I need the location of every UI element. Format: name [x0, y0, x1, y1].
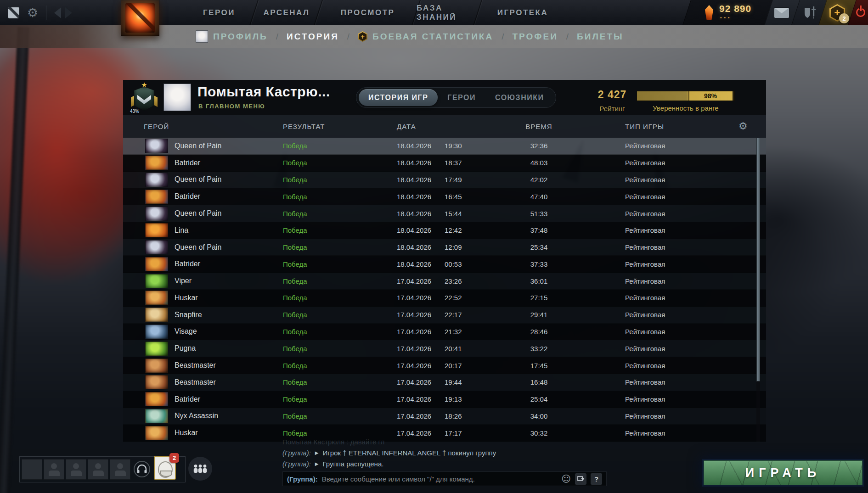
history-tab[interactable]: СОЮЗНИКИ — [485, 89, 553, 106]
player-status: В ГЛАВНОМ МЕНЮ — [198, 103, 265, 110]
match-date: 18.04.2026 — [397, 159, 431, 167]
main-nav-item[interactable]: БАЗА ЗНАНИЙ — [417, 0, 478, 25]
screenshot-share-icon[interactable] — [575, 473, 586, 485]
party-slot[interactable] — [44, 459, 64, 480]
main-nav-item[interactable]: ИГРОТЕКА — [478, 0, 567, 25]
hero-portrait — [145, 426, 168, 440]
hero-name: Beastmaster — [175, 361, 216, 370]
match-duration: 37:48 — [517, 226, 561, 234]
breadcrumb-item[interactable]: ТРОФЕИ — [512, 32, 558, 42]
match-result: Победа — [283, 260, 307, 268]
match-type: Рейтинговая — [625, 210, 665, 218]
history-tab[interactable]: ГЕРОИ — [438, 89, 485, 106]
armory-shield-sword-icon[interactable] — [801, 5, 817, 23]
match-start-time: 23:26 — [445, 277, 462, 285]
emoticon-icon[interactable]: ☺ — [561, 474, 571, 483]
main-nav-item[interactable]: ГЕРОИ — [184, 0, 254, 25]
hero-name: Batrider — [175, 260, 200, 268]
match-result: Победа — [283, 277, 307, 285]
profile-avatar[interactable] — [163, 84, 191, 111]
party-slot[interactable] — [88, 459, 108, 480]
match-row[interactable]: Lina Победа 18.04.2026 12:42 37:48 Рейти… — [123, 222, 766, 239]
match-row[interactable]: Batrider Победа 18.04.2026 00:53 37:33 Р… — [123, 256, 766, 273]
match-result: Победа — [283, 395, 307, 403]
empty-slot-silhouette-body — [71, 471, 82, 476]
hero-portrait — [145, 375, 168, 389]
party-slot[interactable] — [110, 459, 130, 480]
hero-name: Snapfire — [175, 311, 202, 319]
chat-arrow-icon: ▶ — [315, 450, 319, 455]
confidence-bar: 98% — [637, 91, 735, 101]
match-row[interactable]: Viper Победа 17.04.2026 23:26 36:01 Рейт… — [123, 273, 766, 290]
match-type: Рейтинговая — [625, 294, 665, 302]
dota-flame-logo-icon — [125, 3, 155, 33]
table-settings-gear-icon[interactable]: ⚙ — [738, 120, 748, 132]
match-start-time: 22:17 — [445, 311, 462, 319]
breadcrumb-item[interactable]: + БОЕВАЯ СТАТИСТИКА — [358, 31, 493, 42]
breadcrumb-item: / — [566, 32, 569, 42]
match-history-panel: ★ 43% Помытая Кастрю... В ГЛАВНОМ МЕНЮ И… — [123, 80, 766, 442]
match-row[interactable]: Snapfire Победа 17.04.2026 22:17 29:41 Р… — [123, 307, 766, 324]
match-row[interactable]: Queen of Pain Победа 18.04.2026 15:44 51… — [123, 205, 766, 222]
match-row[interactable]: Huskar Победа 17.04.2026 22:52 27:15 Рей… — [123, 290, 766, 307]
match-row[interactable]: Batrider Победа 18.04.2026 16:45 47:40 Р… — [123, 188, 766, 205]
hero-name: Visage — [175, 327, 197, 336]
match-row[interactable]: Queen of Pain Победа 18.04.2026 17:49 42… — [123, 172, 766, 189]
match-type: Рейтинговая — [625, 243, 665, 251]
mail-icon[interactable] — [774, 8, 789, 18]
breadcrumb: ПРОФИЛЬ / ИСТОРИЯ / + — [196, 25, 624, 48]
empty-slot-silhouette-body — [115, 471, 126, 476]
back-arrow-icon[interactable] — [54, 7, 61, 18]
home-logo-tile[interactable] — [121, 0, 159, 36]
chat-help-button[interactable]: ? — [591, 473, 602, 485]
match-start-time: 21:32 — [445, 328, 462, 336]
match-row[interactable]: Queen of Pain Победа 18.04.2026 19:30 32… — [123, 138, 766, 155]
match-duration: 32:36 — [517, 142, 561, 150]
party-slot[interactable] — [66, 459, 86, 480]
chat-input[interactable] — [322, 475, 557, 483]
match-row[interactable]: Batrider Победа 18.04.2026 18:37 48:03 Р… — [123, 155, 766, 172]
match-row[interactable]: Beastmaster Победа 17.04.2026 19:44 16:4… — [123, 374, 766, 391]
match-start-time: 20:41 — [445, 345, 462, 353]
match-type: Рейтинговая — [625, 345, 665, 353]
chat-message-text: Игрок † ETERNAL INFERNAL ANGEL † покинул… — [323, 449, 496, 457]
dota-logo-icon[interactable] — [8, 7, 19, 18]
play-button[interactable]: ИГРАТЬ — [704, 460, 862, 485]
main-nav-item[interactable]: АРСЕНАЛ — [254, 0, 319, 25]
player-name: Помытая Кастрю... — [197, 84, 330, 100]
power-icon[interactable] — [856, 8, 865, 17]
match-duration: 42:02 — [517, 176, 561, 184]
breadcrumb-item[interactable]: ПРОФИЛЬ — [196, 30, 268, 43]
match-row[interactable]: Pugna Победа 17.04.2026 20:41 33:22 Рейт… — [123, 340, 766, 357]
voice-headphones-button[interactable] — [134, 461, 150, 477]
settings-gear-icon[interactable]: ⚙ — [27, 6, 38, 19]
match-row[interactable]: Beastmaster Победа 17.04.2026 20:17 17:4… — [123, 357, 766, 374]
match-row[interactable]: Visage Победа 17.04.2026 21:32 28:46 Рей… — [123, 324, 766, 341]
match-row[interactable]: Queen of Pain Победа 18.04.2026 12:09 25… — [123, 239, 766, 256]
match-duration: 36:01 — [517, 277, 561, 285]
breadcrumb-label: / — [347, 32, 349, 42]
breadcrumb-item: / — [347, 32, 349, 42]
match-row[interactable]: Batrider Победа 17.04.2026 19:13 25:04 Р… — [123, 391, 766, 408]
match-type: Рейтинговая — [625, 429, 665, 437]
breadcrumb-item[interactable]: БИЛЕТЫ — [577, 32, 624, 42]
forward-arrow-icon[interactable] — [65, 7, 72, 18]
match-result: Победа — [283, 362, 307, 370]
match-start-time: 18:26 — [445, 412, 462, 420]
match-row[interactable]: Nyx Assassin Победа 17.04.2026 18:26 34:… — [123, 408, 766, 425]
match-date: 17.04.2026 — [397, 362, 431, 370]
table-scrollbar-thumb[interactable] — [756, 138, 760, 381]
hero-name: Batrider — [175, 192, 200, 201]
match-date: 17.04.2026 — [397, 345, 431, 353]
match-date: 17.04.2026 — [397, 311, 431, 319]
match-start-time: 19:13 — [445, 395, 462, 403]
hero-name: Queen of Pain — [175, 243, 221, 252]
friends-list-button[interactable] — [188, 457, 212, 481]
main-nav-item[interactable]: ПРОСМОТР — [319, 0, 417, 25]
chat-messages: (Группа): ▶ Игрок † ETERNAL INFERNAL ANG… — [282, 447, 607, 469]
match-duration: 27:15 — [517, 294, 561, 302]
history-tab[interactable]: ИСТОРИЯ ИГР — [359, 89, 438, 106]
breadcrumb-item[interactable]: ИСТОРИЯ — [287, 32, 339, 42]
party-slot[interactable] — [22, 459, 42, 480]
hero-name: Huskar — [175, 294, 198, 302]
